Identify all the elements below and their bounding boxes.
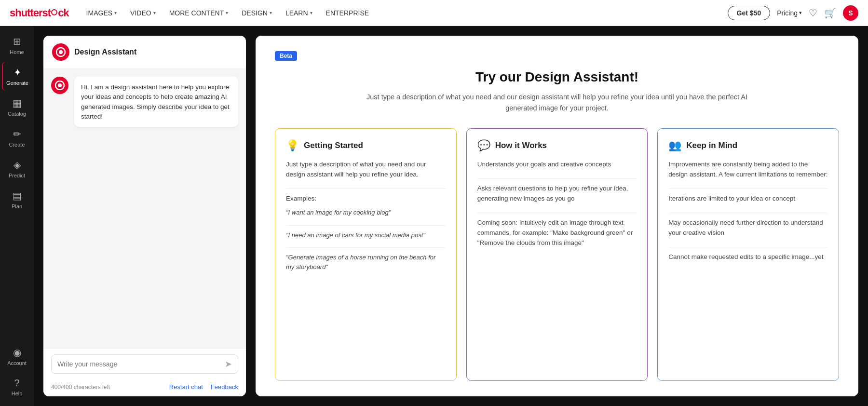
bot-message-bubble: Hi, I am a design assistant here to help…	[74, 77, 238, 127]
sidebar-item-predict[interactable]: ◈ Predict	[2, 154, 32, 183]
chat-input-row: ➤	[51, 354, 238, 374]
favorites-icon[interactable]: ♡	[809, 7, 817, 19]
home-icon: ⊞	[13, 36, 21, 47]
chevron-down-icon: ▾	[114, 10, 117, 15]
group-icon: 👥	[668, 139, 681, 152]
cards-row: 💡 Getting Started Just type a descriptio…	[275, 128, 839, 381]
nav-images[interactable]: IMAGES ▾	[81, 6, 122, 20]
sidebar-item-catalog[interactable]: ▦ Catalog	[2, 93, 32, 122]
getting-started-example2: "I need an image of cars for my social m…	[286, 230, 446, 240]
chat-header: Design Assistant	[43, 36, 246, 69]
main-layout: ⊞ Home ✦ Generate ▦ Catalog ✏ Create ◈ P…	[0, 26, 868, 406]
card-keep-in-mind-header: 👥 Keep in Mind	[668, 139, 828, 152]
card-keep-in-mind-title: Keep in Mind	[686, 141, 737, 150]
svg-point-1	[59, 50, 63, 54]
getting-started-example3: "Generate images of a horse running on t…	[286, 253, 446, 271]
sidebar-item-create[interactable]: ✏ Create	[2, 123, 32, 152]
keep-in-mind-text4: Cannot make requested edits to a specifi…	[668, 252, 828, 262]
main-title: Try our Design Assistant!	[275, 69, 839, 85]
restart-chat-button[interactable]: Restart chat	[169, 383, 203, 391]
sidebar-item-home[interactable]: ⊞ Home	[2, 31, 32, 60]
sidebar-item-account[interactable]: ◉ Account	[2, 342, 32, 371]
chevron-down-icon: ▾	[226, 10, 228, 15]
pricing-link[interactable]: Pricing ▾	[777, 9, 802, 17]
card-getting-started-title: Getting Started	[304, 141, 363, 150]
nav-video[interactable]: VIDEO ▾	[124, 6, 162, 20]
card-how-it-works-title: How it Works	[495, 141, 547, 150]
chevron-down-icon: ▾	[799, 10, 802, 16]
avatar[interactable]: S	[843, 5, 858, 21]
chat-input[interactable]	[57, 360, 225, 368]
keep-in-mind-text2: Iterations are limited to your idea or c…	[668, 194, 828, 204]
card-keep-in-mind: 👥 Keep in Mind Improvements are constant…	[657, 128, 839, 381]
chat-panel: Design Assistant Hi, I am a design assis…	[43, 36, 246, 396]
nav-links: IMAGES ▾ VIDEO ▾ MORE CONTENT ▾ DESIGN ▾…	[81, 6, 716, 20]
how-it-works-text1: Understands your goals and creative conc…	[477, 160, 637, 170]
create-icon: ✏	[13, 128, 21, 140]
sidebar-item-plan[interactable]: ▤ Plan	[2, 185, 32, 214]
beta-badge: Beta	[275, 51, 297, 61]
card-how-it-works: 💬 How it Works Understands your goals an…	[466, 128, 648, 381]
plan-icon: ▤	[13, 190, 22, 202]
chat-input-area: ➤	[43, 348, 246, 379]
catalog-icon: ▦	[13, 97, 22, 109]
how-it-works-text3: Coming soon: Intuitively edit an image t…	[477, 218, 637, 248]
top-navigation: shutterst ck IMAGES ▾ VIDEO ▾ MORE CONTE…	[0, 0, 868, 26]
content-area: Design Assistant Hi, I am a design assis…	[34, 26, 868, 406]
chevron-down-icon: ▾	[310, 10, 312, 15]
keep-in-mind-text1: Improvements are constantly being added …	[668, 160, 828, 180]
keep-in-mind-text3: May occasionally need further direction …	[668, 218, 828, 238]
nav-more-content[interactable]: MORE CONTENT ▾	[163, 6, 234, 20]
chat-icon: 💬	[477, 139, 490, 152]
sidebar-item-generate[interactable]: ✦ Generate	[2, 62, 32, 91]
send-icon[interactable]: ➤	[225, 359, 232, 369]
nav-design[interactable]: DESIGN ▾	[236, 6, 278, 20]
lightbulb-icon: 💡	[286, 139, 299, 152]
card-getting-started-header: 💡 Getting Started	[286, 139, 446, 152]
chat-logo-icon	[52, 43, 69, 61]
chevron-down-icon: ▾	[270, 10, 272, 15]
chat-messages: Hi, I am a design assistant here to help…	[43, 69, 246, 348]
right-panel: Beta Try our Design Assistant! Just type…	[256, 36, 858, 396]
char-count: 400/400 characters left	[51, 384, 110, 391]
get-50-button[interactable]: Get $50	[728, 6, 771, 20]
how-it-works-text2: Asks relevant questions to help you refi…	[477, 184, 637, 204]
account-icon: ◉	[13, 347, 21, 358]
nav-learn[interactable]: LEARN ▾	[280, 6, 318, 20]
chat-title: Design Assistant	[74, 48, 136, 56]
logo[interactable]: shutterst ck	[10, 7, 69, 19]
card-getting-started: 💡 Getting Started Just type a descriptio…	[275, 128, 457, 381]
chat-footer-links: Restart chat Feedback	[169, 383, 238, 391]
getting-started-examples-label: Examples:	[286, 194, 446, 204]
svg-point-3	[58, 83, 62, 87]
sidebar: ⊞ Home ✦ Generate ▦ Catalog ✏ Create ◈ P…	[0, 26, 34, 406]
bot-avatar	[51, 77, 68, 94]
help-icon: ?	[14, 378, 19, 389]
getting-started-example1: "I want an image for my cooking blog"	[286, 208, 446, 217]
generate-icon: ✦	[14, 67, 22, 78]
chevron-down-icon: ▾	[153, 10, 156, 15]
main-subtitle: Just type a description of what you need…	[359, 92, 755, 114]
feedback-button[interactable]: Feedback	[211, 383, 238, 391]
predict-icon: ◈	[14, 159, 21, 171]
sidebar-item-help[interactable]: ? Help	[2, 373, 32, 401]
cart-icon[interactable]: 🛒	[824, 7, 836, 19]
getting-started-text: Just type a description of what you need…	[286, 160, 446, 180]
nav-enterprise[interactable]: ENTERPRISE	[320, 6, 375, 20]
chat-message: Hi, I am a design assistant here to help…	[51, 77, 238, 127]
nav-right-actions: Get $50 Pricing ▾ ♡ 🛒 S	[728, 5, 858, 21]
chat-footer: 400/400 characters left Restart chat Fee…	[43, 379, 246, 396]
card-how-it-works-header: 💬 How it Works	[477, 139, 637, 152]
